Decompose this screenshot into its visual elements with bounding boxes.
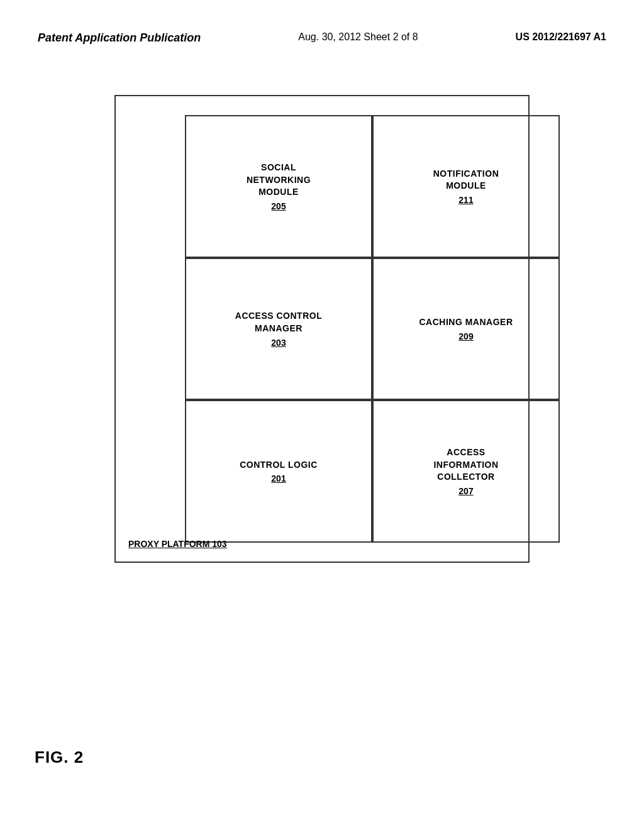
control-logic-box: CONTROL LOGIC 201 [185,400,372,543]
access-control-manager-title: ACCESS CONTROLMANAGER [235,310,322,335]
control-logic-title: CONTROL LOGIC [240,459,318,472]
access-info-collector-title: ACCESSINFORMATIONCOLLECTOR [433,446,498,484]
modules-grid: SOCIALNETWORKINGMODULE 205 NOTIFICATIONM… [185,115,560,543]
header-date-sheet: Aug. 30, 2012 Sheet 2 of 8 [298,31,418,43]
fig-label-container: FIG. 2 [35,748,84,767]
main-diagram-area: SOCIALNETWORKINGMODULE 205 NOTIFICATIONM… [0,57,644,600]
notification-module-box: NOTIFICATIONMODULE 211 [372,115,560,258]
notification-module-title: NOTIFICATIONMODULE [433,168,499,192]
notification-module-number: 211 [458,195,473,205]
access-info-collector-box: ACCESSINFORMATIONCOLLECTOR 207 [372,400,560,543]
access-control-manager-number: 203 [271,338,286,348]
proxy-platform-box: SOCIALNETWORKINGMODULE 205 NOTIFICATIONM… [114,95,530,563]
header-publication-label: Patent Application Publication [38,31,201,45]
caching-manager-number: 209 [458,331,473,341]
social-networking-module-number: 205 [271,201,286,211]
social-networking-module-box: SOCIALNETWORKINGMODULE 205 [185,115,372,258]
access-control-manager-box: ACCESS CONTROLMANAGER 203 [185,258,372,401]
caching-manager-box: CACHING MANAGER 209 [372,258,560,401]
access-info-collector-number: 207 [458,486,473,496]
fig-label: FIG. 2 [35,748,84,767]
social-networking-module-title: SOCIALNETWORKINGMODULE [247,162,311,199]
header-patent-number: US 2012/221697 A1 [516,31,606,43]
control-logic-number: 201 [271,473,286,484]
caching-manager-title: CACHING MANAGER [419,316,513,329]
proxy-platform-label: PROXY PLATFORM 103 [128,539,227,549]
page-header: Patent Application Publication Aug. 30, … [0,0,644,57]
